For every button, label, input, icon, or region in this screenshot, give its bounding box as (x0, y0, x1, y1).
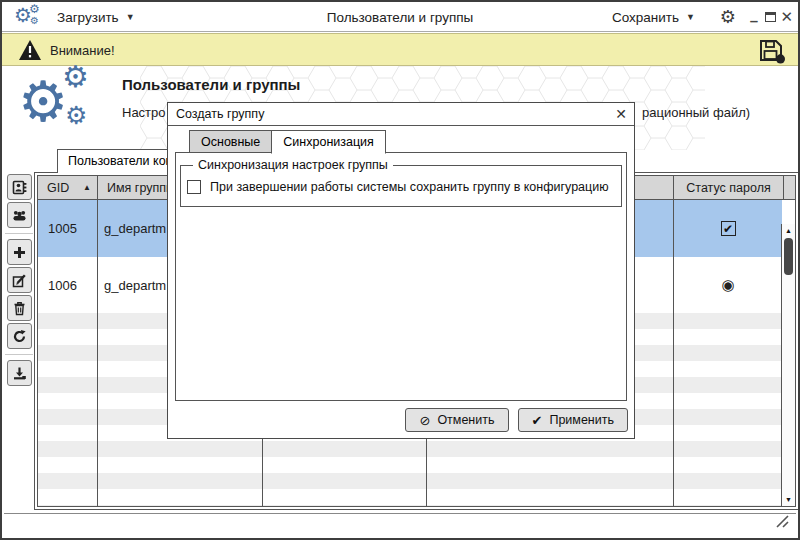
scrollbar-thumb[interactable] (784, 238, 793, 275)
chevron-down-icon: ▼ (686, 12, 695, 22)
trash-icon (12, 301, 27, 316)
chevron-down-icon: ▼ (126, 12, 135, 22)
tab-users-config[interactable]: Пользователи кон (57, 149, 169, 173)
dialog-close-icon[interactable]: ✕ (615, 106, 627, 122)
toolbar-separator (5, 354, 33, 355)
plus-icon (12, 245, 27, 260)
edit-button[interactable] (7, 267, 32, 293)
cancel-icon: ⊘ (419, 413, 430, 428)
add-button[interactable] (7, 239, 32, 265)
radio-selected-icon[interactable]: ◉ (721, 277, 734, 292)
cell-gid[interactable]: 1005 (48, 221, 77, 236)
cell-gid[interactable]: 1006 (48, 278, 77, 293)
sync-tab-panel: Синхронизация настроек группы При заверш… (175, 152, 627, 401)
column-header-password-status[interactable]: Статус пароля (674, 176, 784, 199)
column-divider (97, 200, 98, 506)
app-window: ⚙ ⚙ ⚙ Загрузить ▼ Пользователи и группы … (0, 0, 800, 540)
dialog-buttons: ⊘ Отменить ✔ Применить (405, 408, 628, 432)
save-on-shutdown-row: При завершении работы системы сохранить … (187, 180, 615, 194)
sort-ascending-icon: ▲ (83, 183, 91, 192)
export-button[interactable] (7, 360, 32, 386)
maximize-icon (765, 12, 776, 22)
save-menu-button[interactable]: Сохранить ▼ (612, 2, 695, 32)
check-icon: ✔ (532, 413, 543, 428)
scroll-up-button[interactable]: ▲ (782, 227, 795, 234)
user-groups-button[interactable] (7, 202, 32, 228)
dialog-tabs: Основные Синхронизация (189, 130, 386, 154)
app-gears-icon: ⚙ ⚙ ⚙ (14, 4, 48, 30)
minimize-button[interactable]: – (750, 2, 758, 32)
app-logo-gears: ⚙ ⚙ ⚙ (18, 66, 118, 141)
save-config-floppy-icon[interactable] (758, 38, 786, 68)
refresh-icon (12, 329, 27, 344)
checkbox-checked-icon[interactable]: ✔ (721, 221, 736, 236)
dialog-title: Создать группу (176, 107, 264, 121)
tab-general[interactable]: Основные (189, 130, 271, 153)
page-subtitle-left: Настро (122, 105, 168, 120)
fieldset-legend: Синхронизация настроек группы (193, 158, 393, 172)
column-header-gid[interactable]: GID ▲ (38, 176, 98, 199)
contacts-book-icon (12, 180, 27, 195)
column-divider (673, 200, 674, 506)
load-menu-label: Загрузить (57, 10, 119, 25)
sync-settings-fieldset: Синхронизация настроек группы При заверш… (180, 158, 622, 207)
edit-pencil-icon (12, 273, 27, 288)
warning-bar: Внимание! (2, 33, 798, 66)
cell-password-status[interactable]: ✔ (674, 221, 782, 236)
dialog-titlebar: Создать группу ✕ (168, 103, 634, 126)
cancel-button[interactable]: ⊘ Отменить (405, 408, 508, 432)
checkbox-label: При завершении работы системы сохранить … (210, 180, 609, 194)
download-icon (12, 366, 27, 381)
delete-button[interactable] (7, 295, 32, 321)
scroll-down-button[interactable]: ▼ (782, 496, 795, 503)
cell-password-status[interactable]: ◉ (674, 277, 782, 292)
warning-message: Внимание! (50, 43, 115, 58)
settings-gear-icon[interactable]: ⚙ (720, 6, 736, 28)
save-on-shutdown-checkbox[interactable] (187, 180, 201, 194)
maximize-button[interactable] (765, 2, 776, 32)
page-title: Пользователи и группы (122, 76, 300, 93)
status-bar (4, 513, 796, 538)
vertical-scrollbar[interactable]: ▲ ▼ (781, 224, 795, 506)
refresh-button[interactable] (7, 323, 32, 349)
user-groups-icon (12, 208, 27, 223)
apply-button[interactable]: ✔ Применить (518, 408, 629, 432)
tab-synchronization[interactable]: Синхронизация (271, 130, 386, 154)
toolbar-separator (5, 233, 33, 234)
warning-icon (18, 39, 42, 65)
contacts-book-button[interactable] (7, 174, 32, 200)
create-group-dialog: Создать группу ✕ Основные Синхронизация … (167, 102, 635, 439)
save-menu-label: Сохранить (612, 10, 679, 25)
resize-grip[interactable] (774, 513, 790, 533)
load-menu-button[interactable]: Загрузить ▼ (57, 2, 135, 32)
column-header-filler (784, 176, 795, 199)
titlebar: ⚙ ⚙ ⚙ Загрузить ▼ Пользователи и группы … (2, 2, 798, 32)
window-close-button[interactable]: ✕ (780, 2, 793, 32)
page-subtitle-right: рационный файл) (642, 105, 750, 120)
